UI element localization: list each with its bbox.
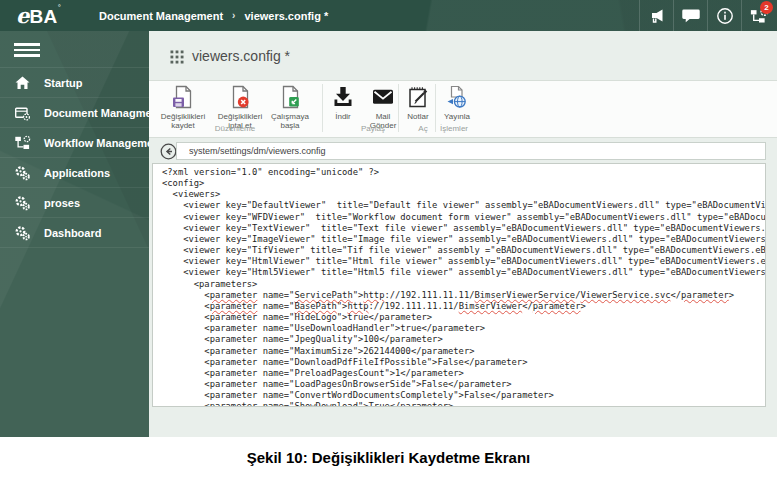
document-title-row: viewers.config * [149,31,777,80]
sidebar-item-label: Dashboard [44,227,101,239]
download-button[interactable]: İndir [325,84,361,121]
publish-button[interactable]: Yayınla [439,84,475,121]
messages-icon[interactable] [673,0,707,31]
sidebar-nav: Startup Document Managment Workflow Mana… [0,67,149,248]
toolbar-separator [435,84,436,132]
app-window: eBA° Document Management › viewers.confi… [0,0,777,437]
info-circle-icon [716,7,734,25]
back-icon[interactable] [160,143,177,160]
save-document-icon [170,84,196,110]
announcement-icon[interactable] [639,0,673,31]
notification-badge: 2 [760,1,773,14]
document-box-icon [14,105,31,121]
publish-icon [444,84,470,110]
sidebar-item-label: Startup [44,77,83,89]
code-editor[interactable]: <?xml version="1.0" encoding="unicode" ?… [153,164,765,407]
info-icon[interactable] [707,0,741,31]
divider [149,137,777,138]
breadcrumb-page: viewers.config * [244,10,328,22]
breadcrumb-separator-icon: › [232,10,235,21]
logo-mark: ° [58,3,61,12]
toolbar-group-label: Düzenleme [215,124,255,133]
apps-grid-icon[interactable] [170,50,184,64]
code-editor-panel: <?xml version="1.0" encoding="unicode" ?… [152,163,766,407]
header-icon-group: 2 [639,0,775,31]
notes-button[interactable]: Notlar [401,84,435,121]
toolbar-group-label: İşlemler [440,124,468,133]
save-changes-button[interactable]: Değişiklikleri kaydet [155,84,211,131]
page-title: viewers.config * [192,48,290,64]
notes-icon [405,84,431,110]
start-work-button[interactable]: Çalışmaya başla [262,84,318,131]
button-label: Yayınla [444,112,470,121]
button-label: Değişiklikleri kaydet [155,112,211,131]
breadcrumb: Document Management › viewers.config * [99,10,328,22]
home-icon [14,75,31,91]
top-header-bar: eBA° Document Management › viewers.confi… [0,0,777,31]
sidebar-item-label: Workflow Management [44,137,164,149]
toolbar: Değişiklikleri kaydet Değişiklikleri ipt… [149,81,777,137]
main-content: viewers.config * Değişiklikleri kaydet D… [149,31,777,437]
sidebar-item-applications[interactable]: Applications [0,158,149,188]
workflow-icon [14,135,31,151]
sidebar-item-proses[interactable]: proses [0,188,149,218]
figure-caption-row: Şekil 10: Değişiklikleri Kaydetme Ekranı [0,437,777,477]
sidebar-item-startup[interactable]: Startup [0,68,149,98]
eba-logo[interactable]: eBA° [16,3,61,28]
sidebar-item-label: proses [44,197,80,209]
sidebar: Startup Document Managment Workflow Mana… [0,31,149,437]
sidebar-item-label: Applications [44,167,110,179]
button-label: Notlar [407,112,428,121]
hamburger-menu-icon[interactable] [14,41,40,59]
megaphone-icon [647,6,666,25]
toolbar-separator [322,84,323,132]
sidebar-item-workflow-management[interactable]: Workflow Management [0,128,149,158]
logo-e: e [16,3,29,28]
sidebar-item-document-management[interactable]: Document Managment [0,98,149,128]
gears-icon [14,195,31,211]
button-label: İndir [335,112,351,121]
download-icon [330,84,356,110]
start-work-icon [277,84,303,110]
processes-icon[interactable]: 2 [741,0,775,31]
breadcrumb-section[interactable]: Document Management [99,10,223,22]
toolbar-group-label: Paylaş [361,124,385,133]
toolbar-separator [398,84,399,132]
chat-bubble-icon [681,6,701,25]
gears-icon [14,225,31,241]
mail-icon [370,84,396,110]
cancel-document-icon [227,84,253,110]
toolbar-group-label: Aç [418,124,427,133]
sidebar-item-dashboard[interactable]: Dashboard [0,218,149,248]
gears-icon [14,165,31,181]
address-bar-input[interactable] [176,142,766,160]
button-label: Çalışmaya başla [262,112,318,131]
logo-ba: BA [29,6,57,27]
figure-caption: Şekil 10: Değişiklikleri Kaydetme Ekranı [247,449,530,466]
sidebar-item-label: Document Managment [44,107,162,119]
